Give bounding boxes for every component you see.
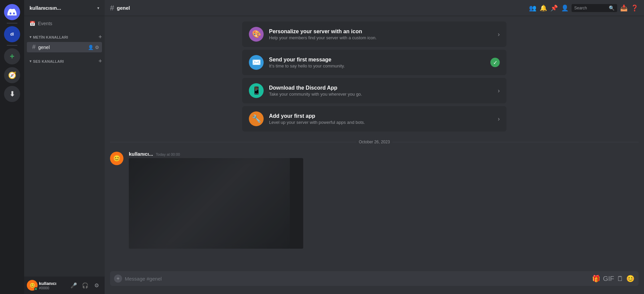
sidebar-server-name: kullanıcısın... xyxy=(30,5,61,11)
message-input-box: + 🎁 GIF 🗒 😊 xyxy=(110,271,639,286)
server-divider xyxy=(7,23,17,23)
channel-item-genel[interactable]: # genel 👤 ⚙ xyxy=(27,42,102,52)
notifications-button[interactable]: 🔔 xyxy=(539,4,547,12)
sidebar-header[interactable]: kullanıcısın... ▾ xyxy=(24,0,105,16)
inbox-button[interactable]: 📥 xyxy=(620,4,628,12)
text-category-label: ▾ METİN KANALLARI xyxy=(30,35,68,39)
input-actions: 🎁 GIF 🗒 😊 xyxy=(592,275,635,283)
checklist-text-personalize: Personalize your server with an icon Hel… xyxy=(269,29,498,40)
user-tag-label: #0000 xyxy=(39,286,67,290)
checklist-item-send-message[interactable]: ✉️ Send your first message It's time to … xyxy=(242,50,506,75)
server-divider-2 xyxy=(7,45,17,46)
checklist-title-send-message: Send your first message xyxy=(269,57,490,63)
search-placeholder-text: Search xyxy=(574,6,607,10)
image-blur-overlay xyxy=(129,158,290,249)
search-box[interactable]: Search 🔍 xyxy=(572,4,617,12)
gift-button[interactable]: 🎁 xyxy=(592,275,600,283)
checklist-chevron-download-icon: › xyxy=(498,87,500,94)
add-text-channel-icon[interactable]: + xyxy=(98,34,102,41)
checklist-chevron-personalize-icon: › xyxy=(498,31,500,38)
explore-servers-button[interactable]: 🧭 xyxy=(4,67,20,83)
user-info: kullanıcı #0000 xyxy=(39,281,67,290)
topbar-channel-name: genel xyxy=(117,5,130,11)
voice-category-label: ▾ SES KANALLARI xyxy=(30,59,64,63)
checklist-title-add-app: Add your first app xyxy=(269,113,498,119)
checklist-icon-send-message: ✉️ xyxy=(249,55,264,70)
mute-button[interactable]: 🎤 xyxy=(68,280,79,291)
pin-button[interactable]: 📌 xyxy=(550,4,558,12)
emoji-button[interactable]: 😊 xyxy=(626,275,635,283)
channel-name-label: genel xyxy=(38,45,86,50)
checklist-text-send-message: Send your first message It's time to say… xyxy=(269,57,490,68)
date-line-right xyxy=(392,142,639,142)
channel-hash-icon: # xyxy=(32,44,36,51)
text-channels-category[interactable]: ▾ METİN KANALLARI + xyxy=(24,28,105,42)
add-member-button[interactable]: 👥 xyxy=(529,4,537,12)
topbar: # genel 👥 🔔 📌 👤 Search 🔍 📥 ❓ xyxy=(105,0,644,16)
main-content: # genel 👥 🔔 📌 👤 Search 🔍 📥 ❓ 🎨 Personali… xyxy=(105,0,644,294)
chat-area: 🎨 Personalize your server with an icon H… xyxy=(105,16,644,271)
members-list-button[interactable]: 👤 xyxy=(561,4,569,12)
checklist-item-download-app[interactable]: 📱 Download the Discord App Take your com… xyxy=(242,78,506,103)
checklist-subtitle-personalize: Help your members find your server with … xyxy=(269,35,498,40)
checklist-title-download-app: Download the Discord App xyxy=(269,85,498,91)
checklist-icon-personalize: 🎨 xyxy=(249,27,264,42)
message-image[interactable] xyxy=(129,158,303,249)
sidebar-chevron-icon: ▾ xyxy=(97,6,99,10)
channel-sidebar: kullanıcısın... ▾ 📅 Events ▾ METİN KANAL… xyxy=(24,0,105,294)
message-input-area: + 🎁 GIF 🗒 😊 xyxy=(105,271,644,294)
gif-button[interactable]: GIF xyxy=(603,275,614,283)
message-content: kullanıcı... Today at 00:00 xyxy=(129,151,639,249)
checklist-title-personalize: Personalize your server with an icon xyxy=(269,29,498,35)
message-author-label: kullanıcı... xyxy=(129,151,153,157)
user-controls: 🎤 🎧 ⚙ xyxy=(68,280,102,291)
date-text: October 26, 2023 xyxy=(359,140,390,144)
invite-member-icon[interactable]: 👤 xyxy=(88,45,94,50)
voice-channels-category[interactable]: ▾ SES KANALLARI + xyxy=(24,52,105,66)
user-panel: 😊 kullanıcı #0000 🎤 🎧 ⚙ xyxy=(24,277,105,294)
add-voice-channel-icon[interactable]: + xyxy=(98,58,102,65)
message-avatar[interactable]: 😊 xyxy=(110,152,123,165)
download-button[interactable]: ⬇ xyxy=(4,86,20,102)
events-item[interactable]: 📅 Events xyxy=(24,19,105,28)
user-status-dot xyxy=(34,287,38,291)
help-button[interactable]: ❓ xyxy=(631,4,639,12)
voice-category-chevron-icon: ▾ xyxy=(30,59,32,63)
message-group: 😊 kullanıcı... Today at 00:00 xyxy=(105,150,644,250)
checklist-container: 🎨 Personalize your server with an icon H… xyxy=(237,21,512,134)
checklist-check-send-message: ✓ xyxy=(490,58,500,67)
checklist-icon-add-app: 🔧 xyxy=(249,111,264,126)
channel-settings-icon[interactable]: ⚙ xyxy=(95,45,99,50)
attachment-button[interactable]: + xyxy=(114,275,122,283)
deafen-button[interactable]: 🎧 xyxy=(80,280,91,291)
username-label: kullanıcı xyxy=(39,281,67,286)
message-img-placeholder xyxy=(129,158,290,249)
server-list: dl + 🧭 ⬇ xyxy=(0,0,24,294)
message-time-label: Today at 00:00 xyxy=(156,152,180,156)
add-server-button[interactable]: + xyxy=(4,48,20,64)
sidebar-content: 📅 Events ▾ METİN KANALLARI + # genel 👤 ⚙… xyxy=(24,16,105,277)
checklist-text-add-app: Add your first app Level up your server … xyxy=(269,113,498,125)
topbar-actions: 👥 🔔 📌 👤 Search 🔍 📥 ❓ xyxy=(529,4,639,12)
channel-icons: 👤 ⚙ xyxy=(88,45,99,50)
checklist-text-download-app: Download the Discord App Take your commu… xyxy=(269,85,498,97)
checklist-chevron-add-app-icon: › xyxy=(498,115,500,122)
events-icon: 📅 xyxy=(30,21,35,26)
topbar-hash-icon: # xyxy=(110,4,114,12)
date-line-left xyxy=(110,142,356,142)
events-label: Events xyxy=(38,21,52,26)
checklist-item-add-app[interactable]: 🔧 Add your first app Level up your serve… xyxy=(242,106,506,132)
discord-home-button[interactable] xyxy=(4,4,20,20)
topbar-channel-info: # genel xyxy=(110,4,526,12)
checklist-item-personalize[interactable]: 🎨 Personalize your server with an icon H… xyxy=(242,21,506,47)
checklist-subtitle-download-app: Take your community with you wherever yo… xyxy=(269,92,498,97)
server-icon-main[interactable]: dl xyxy=(4,26,20,42)
sticker-button[interactable]: 🗒 xyxy=(617,275,624,283)
date-separator: October 26, 2023 xyxy=(105,137,644,147)
message-header: kullanıcı... Today at 00:00 xyxy=(129,151,639,157)
avatar[interactable]: 😊 xyxy=(27,280,38,291)
checklist-subtitle-send-message: It's time to say hello to your community… xyxy=(269,63,490,68)
user-settings-button[interactable]: ⚙ xyxy=(91,280,102,291)
message-text-input[interactable] xyxy=(125,273,589,285)
checklist-subtitle-add-app: Level up your server with powerful apps … xyxy=(269,120,498,125)
